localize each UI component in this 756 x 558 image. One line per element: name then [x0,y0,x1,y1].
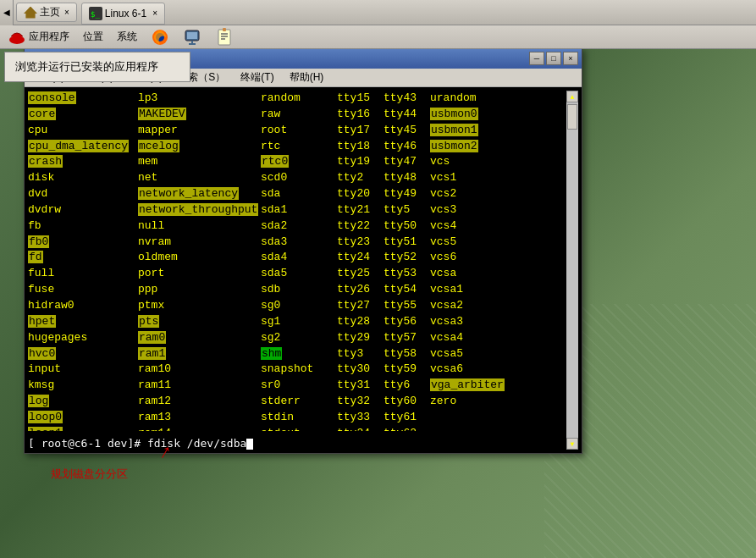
list-item: tty62 [384,426,423,431]
list-item: tty54 [384,282,423,298]
list-item: tty34 [337,426,377,431]
list-item: tty5 [384,202,423,218]
list-item: ram11 [138,378,254,394]
list-item: ppp [138,282,254,298]
list-item: vcsa4 [430,330,508,346]
list-item: tty44 [384,107,423,123]
terminal-scrollbar[interactable]: ▲ ▼ [566,91,578,450]
list-item: tty29 [337,330,377,346]
terminal-terminal-menu[interactable]: 终端(T) [237,69,277,86]
terminal-minimize-button[interactable]: ─ [529,52,544,65]
list-item: tty57 [384,330,423,346]
taskbar-home-button[interactable]: 主页 × [16,3,77,22]
list-item: vcsa2 [430,298,508,314]
list-item: mapper [138,123,254,139]
list-item: sg1 [261,314,330,330]
home-label: 主页 [40,5,60,19]
list-item: vcsa1 [430,282,508,298]
list-item: tty56 [384,314,423,330]
list-item: tty32 [337,394,377,410]
list-item: rtc [261,139,330,155]
app-menu-browse[interactable]: 浏览并运行已安装的应用程序 [5,56,190,78]
list-item: tty17 [337,123,377,139]
terminal-body[interactable]: consolecorecpucpu_dma_latencycrashdiskdv… [25,87,582,453]
list-item: tty52 [384,250,423,266]
tab-linux-close[interactable]: × [152,8,157,18]
notepad-button[interactable] [212,26,237,48]
scrollbar-down-button[interactable]: ▼ [566,438,578,450]
taskbar-arrow[interactable]: ◀ [0,0,14,25]
app-menu-popup: 浏览并运行已安装的应用程序 [4,52,190,82]
annotation-text: 规划磁盘分分区 [51,467,128,482]
list-item: core [28,107,131,123]
list-item: tty49 [384,186,423,202]
list-item: loop1 [28,426,131,431]
file-column-3: randomrawrootrtcrtc0scd0sdasda1sda2sda3s… [261,91,337,431]
list-item: vcsa5 [430,346,508,362]
list-item: vcsa3 [430,314,508,330]
redhat-icon [8,28,26,47]
network-button[interactable] [179,26,205,48]
list-item: vcs3 [430,202,508,218]
list-item: scd0 [261,170,330,186]
list-item: tty47 [384,154,423,170]
app-menu-item[interactable]: 应用程序 浏览并运行已安装的应用程序 [4,26,73,48]
list-item: loop0 [28,410,131,426]
list-item: tty19 [337,154,377,170]
list-item: sg0 [261,298,330,314]
list-item: root [261,123,330,139]
terminal-close-button[interactable]: × [563,52,578,65]
app-menu-label: 应用程序 [29,30,69,44]
file-column-1: consolecorecpucpu_dma_latencycrashdiskdv… [28,91,138,431]
list-item: sda3 [261,235,330,251]
home-icon [24,7,37,19]
list-item: nvram [138,235,254,251]
tab-linux[interactable]: $_ Linux 6-1 × [81,3,165,25]
prompt-line[interactable]: [ root@c6-1 dev]# fdisk /dev/sdba [28,437,253,450]
list-item: tty53 [384,266,423,282]
list-item: network_latency [138,186,254,202]
terminal-help-menu[interactable]: 帮助(H) [286,69,328,86]
terminal-content: consolecorecpucpu_dma_latencycrashdiskdv… [28,91,566,431]
terminal-maximize-button[interactable]: □ [546,52,561,65]
list-item: tty3 [337,346,377,362]
list-item: sda4 [261,250,330,266]
list-item: tty61 [384,410,423,426]
list-item: tty22 [337,218,377,235]
file-column-5: tty43tty44tty45tty46tty47tty48tty49tty5t… [384,91,430,431]
home-close[interactable]: × [64,8,69,17]
scrollbar-up-button[interactable]: ▲ [566,91,578,102]
list-item: fuse [28,282,131,298]
list-item: network_throughput [138,202,254,218]
list-item: port [138,266,254,282]
terminal-window: root@c6-1:/dev ─ □ × 文件(F) 编辑(E) 查看(V) 搜… [24,47,582,454]
list-item: hidraw0 [28,298,131,314]
list-item: ram13 [138,410,254,426]
prompt-text: [ root@c6-1 dev]# fdisk /dev/sdba [28,437,246,450]
list-item: tty6 [384,378,423,394]
list-item: vcs [430,154,508,170]
list-item: tty15 [337,91,377,107]
list-item: sda2 [261,218,330,235]
list-item: urandom [430,91,508,107]
list-item: rtc0 [261,154,330,170]
list-item: fd [28,250,131,266]
firefox-button[interactable] [147,26,173,48]
system-menu[interactable]: 系统 [113,28,141,46]
list-item: tty23 [337,235,377,251]
list-item: cpu_dma_latency [28,139,131,155]
list-item: raw [261,107,330,123]
list-item: log [28,394,131,410]
list-item: tty20 [337,186,377,202]
list-item: sdb [261,282,330,298]
list-item: lp3 [138,91,254,107]
desktop: ◀ 主页 × $_ Linux 6-1 × 应用程序 [0,0,756,558]
scrollbar-thumb[interactable] [567,104,577,130]
list-item: full [28,266,131,282]
list-item: MAKEDEV [138,107,254,123]
list-item: usbmon0 [430,107,508,123]
list-item: vcsa [430,266,508,282]
list-item: usbmon2 [430,139,508,155]
list-item: tty31 [337,378,377,394]
places-menu[interactable]: 位置 [80,28,107,46]
